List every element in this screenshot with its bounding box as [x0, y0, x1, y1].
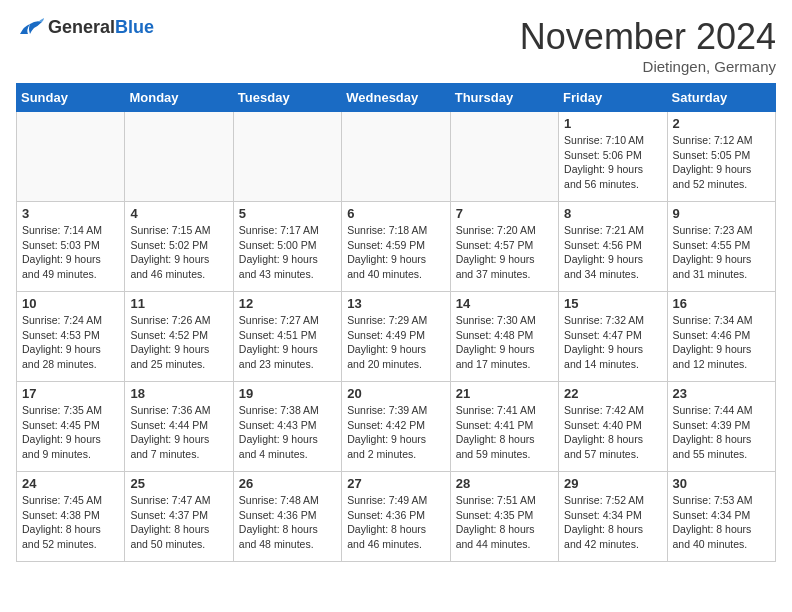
day-number: 2 — [673, 116, 770, 131]
day-number: 4 — [130, 206, 227, 221]
week-row-1: 1Sunrise: 7:10 AM Sunset: 5:06 PM Daylig… — [17, 112, 776, 202]
calendar-cell: 28Sunrise: 7:51 AM Sunset: 4:35 PM Dayli… — [450, 472, 558, 562]
weekday-header-saturday: Saturday — [667, 84, 775, 112]
calendar-cell: 6Sunrise: 7:18 AM Sunset: 4:59 PM Daylig… — [342, 202, 450, 292]
day-info: Sunrise: 7:39 AM Sunset: 4:42 PM Dayligh… — [347, 403, 444, 462]
day-info: Sunrise: 7:51 AM Sunset: 4:35 PM Dayligh… — [456, 493, 553, 552]
calendar-cell: 9Sunrise: 7:23 AM Sunset: 4:55 PM Daylig… — [667, 202, 775, 292]
day-info: Sunrise: 7:38 AM Sunset: 4:43 PM Dayligh… — [239, 403, 336, 462]
day-info: Sunrise: 7:42 AM Sunset: 4:40 PM Dayligh… — [564, 403, 661, 462]
day-number: 12 — [239, 296, 336, 311]
title-area: November 2024 Dietingen, Germany — [520, 16, 776, 75]
day-info: Sunrise: 7:10 AM Sunset: 5:06 PM Dayligh… — [564, 133, 661, 192]
day-info: Sunrise: 7:12 AM Sunset: 5:05 PM Dayligh… — [673, 133, 770, 192]
calendar-cell: 17Sunrise: 7:35 AM Sunset: 4:45 PM Dayli… — [17, 382, 125, 472]
day-number: 14 — [456, 296, 553, 311]
calendar-cell: 4Sunrise: 7:15 AM Sunset: 5:02 PM Daylig… — [125, 202, 233, 292]
day-number: 8 — [564, 206, 661, 221]
day-number: 24 — [22, 476, 119, 491]
day-info: Sunrise: 7:52 AM Sunset: 4:34 PM Dayligh… — [564, 493, 661, 552]
calendar-cell: 29Sunrise: 7:52 AM Sunset: 4:34 PM Dayli… — [559, 472, 667, 562]
day-info: Sunrise: 7:26 AM Sunset: 4:52 PM Dayligh… — [130, 313, 227, 372]
weekday-header-thursday: Thursday — [450, 84, 558, 112]
calendar-cell: 12Sunrise: 7:27 AM Sunset: 4:51 PM Dayli… — [233, 292, 341, 382]
day-info: Sunrise: 7:17 AM Sunset: 5:00 PM Dayligh… — [239, 223, 336, 282]
day-info: Sunrise: 7:14 AM Sunset: 5:03 PM Dayligh… — [22, 223, 119, 282]
day-number: 21 — [456, 386, 553, 401]
calendar-cell — [342, 112, 450, 202]
day-number: 13 — [347, 296, 444, 311]
day-number: 3 — [22, 206, 119, 221]
day-info: Sunrise: 7:49 AM Sunset: 4:36 PM Dayligh… — [347, 493, 444, 552]
day-info: Sunrise: 7:41 AM Sunset: 4:41 PM Dayligh… — [456, 403, 553, 462]
day-info: Sunrise: 7:15 AM Sunset: 5:02 PM Dayligh… — [130, 223, 227, 282]
week-row-4: 17Sunrise: 7:35 AM Sunset: 4:45 PM Dayli… — [17, 382, 776, 472]
day-number: 22 — [564, 386, 661, 401]
day-number: 16 — [673, 296, 770, 311]
calendar-cell: 23Sunrise: 7:44 AM Sunset: 4:39 PM Dayli… — [667, 382, 775, 472]
day-info: Sunrise: 7:34 AM Sunset: 4:46 PM Dayligh… — [673, 313, 770, 372]
calendar-cell: 21Sunrise: 7:41 AM Sunset: 4:41 PM Dayli… — [450, 382, 558, 472]
week-row-5: 24Sunrise: 7:45 AM Sunset: 4:38 PM Dayli… — [17, 472, 776, 562]
day-info: Sunrise: 7:23 AM Sunset: 4:55 PM Dayligh… — [673, 223, 770, 282]
calendar-cell: 2Sunrise: 7:12 AM Sunset: 5:05 PM Daylig… — [667, 112, 775, 202]
month-title: November 2024 — [520, 16, 776, 58]
weekday-header-tuesday: Tuesday — [233, 84, 341, 112]
calendar-cell: 27Sunrise: 7:49 AM Sunset: 4:36 PM Dayli… — [342, 472, 450, 562]
weekday-header-wednesday: Wednesday — [342, 84, 450, 112]
calendar-cell — [450, 112, 558, 202]
week-row-3: 10Sunrise: 7:24 AM Sunset: 4:53 PM Dayli… — [17, 292, 776, 382]
week-row-2: 3Sunrise: 7:14 AM Sunset: 5:03 PM Daylig… — [17, 202, 776, 292]
day-number: 11 — [130, 296, 227, 311]
calendar-cell: 22Sunrise: 7:42 AM Sunset: 4:40 PM Dayli… — [559, 382, 667, 472]
day-number: 19 — [239, 386, 336, 401]
location-text: Dietingen, Germany — [520, 58, 776, 75]
day-info: Sunrise: 7:47 AM Sunset: 4:37 PM Dayligh… — [130, 493, 227, 552]
calendar-cell: 24Sunrise: 7:45 AM Sunset: 4:38 PM Dayli… — [17, 472, 125, 562]
day-number: 9 — [673, 206, 770, 221]
day-number: 15 — [564, 296, 661, 311]
day-number: 23 — [673, 386, 770, 401]
day-info: Sunrise: 7:29 AM Sunset: 4:49 PM Dayligh… — [347, 313, 444, 372]
day-info: Sunrise: 7:45 AM Sunset: 4:38 PM Dayligh… — [22, 493, 119, 552]
logo-bird-icon — [16, 16, 44, 38]
calendar-cell: 16Sunrise: 7:34 AM Sunset: 4:46 PM Dayli… — [667, 292, 775, 382]
day-number: 28 — [456, 476, 553, 491]
calendar-cell — [233, 112, 341, 202]
day-number: 18 — [130, 386, 227, 401]
calendar-cell: 5Sunrise: 7:17 AM Sunset: 5:00 PM Daylig… — [233, 202, 341, 292]
calendar-cell: 19Sunrise: 7:38 AM Sunset: 4:43 PM Dayli… — [233, 382, 341, 472]
day-number: 26 — [239, 476, 336, 491]
page-header: GeneralBlue November 2024 Dietingen, Ger… — [16, 16, 776, 75]
calendar-cell: 15Sunrise: 7:32 AM Sunset: 4:47 PM Dayli… — [559, 292, 667, 382]
day-info: Sunrise: 7:18 AM Sunset: 4:59 PM Dayligh… — [347, 223, 444, 282]
day-number: 25 — [130, 476, 227, 491]
day-number: 6 — [347, 206, 444, 221]
day-info: Sunrise: 7:21 AM Sunset: 4:56 PM Dayligh… — [564, 223, 661, 282]
day-info: Sunrise: 7:35 AM Sunset: 4:45 PM Dayligh… — [22, 403, 119, 462]
day-info: Sunrise: 7:48 AM Sunset: 4:36 PM Dayligh… — [239, 493, 336, 552]
calendar-cell: 30Sunrise: 7:53 AM Sunset: 4:34 PM Dayli… — [667, 472, 775, 562]
day-number: 17 — [22, 386, 119, 401]
calendar-cell: 1Sunrise: 7:10 AM Sunset: 5:06 PM Daylig… — [559, 112, 667, 202]
logo-blue-text: Blue — [115, 17, 154, 37]
calendar-cell: 18Sunrise: 7:36 AM Sunset: 4:44 PM Dayli… — [125, 382, 233, 472]
day-number: 7 — [456, 206, 553, 221]
day-info: Sunrise: 7:36 AM Sunset: 4:44 PM Dayligh… — [130, 403, 227, 462]
day-number: 30 — [673, 476, 770, 491]
day-info: Sunrise: 7:24 AM Sunset: 4:53 PM Dayligh… — [22, 313, 119, 372]
day-info: Sunrise: 7:30 AM Sunset: 4:48 PM Dayligh… — [456, 313, 553, 372]
calendar-cell: 11Sunrise: 7:26 AM Sunset: 4:52 PM Dayli… — [125, 292, 233, 382]
day-number: 20 — [347, 386, 444, 401]
calendar-cell: 3Sunrise: 7:14 AM Sunset: 5:03 PM Daylig… — [17, 202, 125, 292]
weekday-header-row: SundayMondayTuesdayWednesdayThursdayFrid… — [17, 84, 776, 112]
calendar-cell: 25Sunrise: 7:47 AM Sunset: 4:37 PM Dayli… — [125, 472, 233, 562]
day-info: Sunrise: 7:44 AM Sunset: 4:39 PM Dayligh… — [673, 403, 770, 462]
day-info: Sunrise: 7:32 AM Sunset: 4:47 PM Dayligh… — [564, 313, 661, 372]
calendar-cell: 13Sunrise: 7:29 AM Sunset: 4:49 PM Dayli… — [342, 292, 450, 382]
calendar-cell: 20Sunrise: 7:39 AM Sunset: 4:42 PM Dayli… — [342, 382, 450, 472]
day-number: 27 — [347, 476, 444, 491]
calendar-cell: 10Sunrise: 7:24 AM Sunset: 4:53 PM Dayli… — [17, 292, 125, 382]
weekday-header-sunday: Sunday — [17, 84, 125, 112]
calendar-cell — [125, 112, 233, 202]
